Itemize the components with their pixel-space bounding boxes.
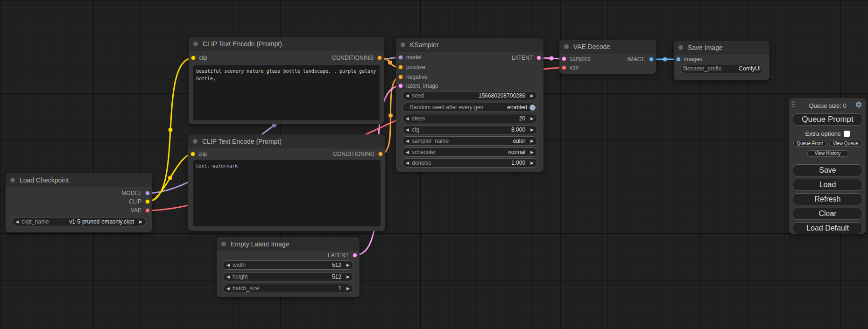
drag-handle-icon[interactable] xyxy=(791,101,795,108)
increment-arrow-icon[interactable]: ▶ xyxy=(530,93,534,98)
increment-arrow-icon[interactable]: ▶ xyxy=(530,127,534,132)
node-clip-text-encode-negative[interactable]: CLIP Text Encode (Prompt)clipCONDITIONIN… xyxy=(188,134,385,231)
widget-batch-size[interactable]: ◀batch_size1▶ xyxy=(223,284,353,293)
collapse-dot[interactable] xyxy=(678,45,683,50)
output-slot-dot[interactable] xyxy=(377,56,382,60)
widget-height[interactable]: ◀height512▶ xyxy=(223,272,353,281)
increment-arrow-icon[interactable]: ▶ xyxy=(530,116,534,121)
increment-arrow-icon[interactable]: ▶ xyxy=(346,263,350,267)
widget-ckpt-name[interactable]: ◀ckpt_namev1-5-pruned-emaonly.ckpt▶ xyxy=(12,217,146,226)
node-vae-decode[interactable]: VAE DecodesamplesvaeIMAGE xyxy=(559,40,656,74)
ksampler-output-LATENT[interactable]: LATENT xyxy=(512,54,541,62)
input-slot-dot[interactable] xyxy=(398,84,403,88)
widget-width[interactable]: ◀width512▶ xyxy=(223,260,353,270)
save-image-input-images[interactable]: images xyxy=(676,56,702,63)
clip-text-encode-positive-output-CONDITIONING[interactable]: CONDITIONING xyxy=(332,54,382,62)
load-button[interactable]: Load xyxy=(793,179,862,191)
input-slot-dot[interactable] xyxy=(676,57,681,62)
load-checkpoint-output-CLIP[interactable]: CLIP xyxy=(129,198,150,205)
output-slot-dot[interactable] xyxy=(145,199,150,204)
node-title-bar[interactable]: Load Checkpoint xyxy=(6,173,152,187)
node-empty-latent-image[interactable]: Empty Latent ImageLATENT◀width512▶◀heigh… xyxy=(217,237,360,297)
load-checkpoint-output-VAE[interactable]: VAE xyxy=(131,207,150,214)
widget-seed[interactable]: ◀seed156680208700286▶ xyxy=(402,91,537,100)
comfyui-canvas[interactable]: { "queue_panel": { "queue_size_label": "… xyxy=(0,0,868,329)
node-ksampler[interactable]: KSamplermodelpositivenegativelatent_imag… xyxy=(396,38,543,172)
widget-denoise[interactable]: ◀denoise1.000▶ xyxy=(402,158,537,168)
clip-text-encode-negative-input-clip[interactable]: clip xyxy=(191,150,207,158)
output-slot-dot[interactable] xyxy=(378,152,383,156)
decrement-arrow-icon[interactable]: ◀ xyxy=(226,286,230,291)
decrement-arrow-icon[interactable]: ◀ xyxy=(226,263,230,267)
decrement-arrow-icon[interactable]: ◀ xyxy=(406,150,409,154)
increment-arrow-icon[interactable]: ▶ xyxy=(530,161,534,165)
vae-decode-input-samples[interactable]: samples xyxy=(562,55,591,63)
view-queue-button[interactable]: View Queue xyxy=(829,140,862,147)
refresh-button[interactable]: Refresh xyxy=(793,193,862,205)
output-slot-dot[interactable] xyxy=(353,253,357,258)
extra-options-checkbox[interactable] xyxy=(844,131,850,137)
decrement-arrow-icon[interactable]: ◀ xyxy=(15,219,19,224)
node-title-bar[interactable]: VAE Decode xyxy=(559,40,656,54)
node-title-bar[interactable]: CLIP Text Encode (Prompt) xyxy=(189,37,384,51)
load-checkpoint-output-MODEL[interactable]: MODEL xyxy=(121,189,150,197)
node-title-bar[interactable]: CLIP Text Encode (Prompt) xyxy=(188,134,385,148)
widget-scheduler[interactable]: ◀schedulernormal▶ xyxy=(402,147,537,157)
ksampler-input-model[interactable]: model xyxy=(398,54,422,61)
ksampler-input-positive[interactable]: positive xyxy=(398,63,425,71)
ksampler-input-latent_image[interactable]: latent_image xyxy=(398,82,438,90)
collapse-dot[interactable] xyxy=(564,44,569,49)
output-slot-dot[interactable] xyxy=(145,191,150,196)
collapse-dot[interactable] xyxy=(401,42,405,47)
widget-cfg[interactable]: ◀cfg8.000▶ xyxy=(402,125,537,134)
increment-arrow-icon[interactable]: ▶ xyxy=(530,150,534,154)
output-slot-dot[interactable] xyxy=(536,56,541,60)
settings-gear-icon[interactable] xyxy=(855,101,862,108)
decrement-arrow-icon[interactable]: ◀ xyxy=(406,93,409,98)
collapse-dot[interactable] xyxy=(193,139,198,144)
ksampler-input-negative[interactable]: negative xyxy=(398,73,427,81)
decrement-arrow-icon[interactable]: ◀ xyxy=(406,127,409,132)
widget-sampler-name[interactable]: ◀sampler_nameeuler▶ xyxy=(402,136,537,146)
node-save-image[interactable]: Save Imageimagesfilename_prefixComfyUI xyxy=(674,41,769,80)
increment-arrow-icon[interactable]: ▶ xyxy=(530,139,534,143)
prompt-textarea[interactable]: beautiful scenery nature glass bottle la… xyxy=(193,65,380,120)
load-default-button[interactable]: Load Default xyxy=(793,222,862,234)
decrement-arrow-icon[interactable]: ◀ xyxy=(406,139,409,143)
clear-button[interactable]: Clear xyxy=(793,208,862,220)
increment-arrow-icon[interactable]: ▶ xyxy=(139,219,142,224)
widget-filename-prefix[interactable]: filename_prefixComfyUI xyxy=(680,64,763,73)
clip-text-encode-negative-output-CONDITIONING[interactable]: CONDITIONING xyxy=(333,150,383,158)
widget-steps[interactable]: ◀steps20▶ xyxy=(402,114,537,123)
input-slot-dot[interactable] xyxy=(562,65,566,70)
clip-text-encode-positive-input-clip[interactable]: clip xyxy=(191,54,207,62)
increment-arrow-icon[interactable]: ▶ xyxy=(346,274,350,279)
collapse-dot[interactable] xyxy=(221,242,226,246)
input-slot-dot[interactable] xyxy=(398,55,403,60)
node-title-bar[interactable]: Empty Latent Image xyxy=(217,237,360,251)
graph-canvas[interactable]: Load CheckpointMODELCLIPVAE◀ckpt_namev1-… xyxy=(0,0,868,329)
vae-decode-output-IMAGE[interactable]: IMAGE xyxy=(627,56,654,63)
input-slot-dot[interactable] xyxy=(191,56,196,60)
input-slot-dot[interactable] xyxy=(398,65,403,70)
output-slot-dot[interactable] xyxy=(145,208,150,213)
node-clip-text-encode-positive[interactable]: CLIP Text Encode (Prompt)clipCONDITIONIN… xyxy=(189,37,384,124)
prompt-textarea[interactable]: text, watermark xyxy=(193,160,381,226)
decrement-arrow-icon[interactable]: ◀ xyxy=(226,274,230,279)
empty-latent-image-output-LATENT[interactable]: LATENT xyxy=(328,252,357,259)
node-title-bar[interactable]: Save Image xyxy=(674,41,769,55)
decrement-arrow-icon[interactable]: ◀ xyxy=(406,161,409,165)
collapse-dot[interactable] xyxy=(193,42,198,46)
toggle-knob-icon[interactable] xyxy=(529,105,536,111)
increment-arrow-icon[interactable]: ▶ xyxy=(346,286,350,291)
widget-random-seed-after-every-gen[interactable]: Random seed after every genenabled xyxy=(402,103,537,112)
input-slot-dot[interactable] xyxy=(562,56,566,61)
node-load-checkpoint[interactable]: Load CheckpointMODELCLIPVAE◀ckpt_namev1-… xyxy=(6,173,152,232)
output-slot-dot[interactable] xyxy=(649,57,654,62)
vae-decode-input-vae[interactable]: vae xyxy=(562,64,579,71)
view-history-button[interactable]: View History xyxy=(807,150,848,157)
input-slot-dot[interactable] xyxy=(398,75,403,79)
node-title-bar[interactable]: KSampler xyxy=(396,38,543,52)
save-button[interactable]: Save xyxy=(793,164,862,176)
collapse-dot[interactable] xyxy=(10,178,15,182)
